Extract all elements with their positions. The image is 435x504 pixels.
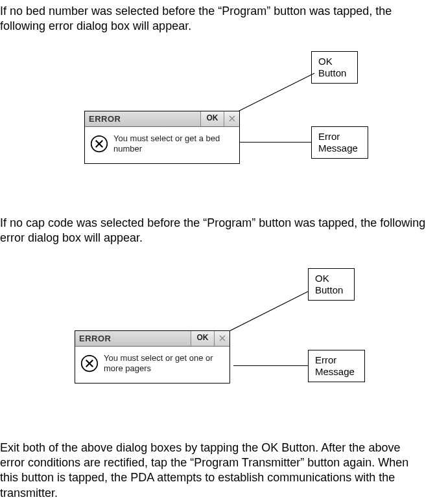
dialog-body-2: You must select or get one or more pager… bbox=[75, 347, 229, 384]
close-icon bbox=[228, 115, 236, 122]
dialog-body: You must select or get a bed number bbox=[85, 127, 239, 164]
callout-line-error-2 bbox=[233, 365, 308, 366]
paragraph-exit: Exit both of the above dialog boxes by t… bbox=[0, 441, 426, 501]
error-icon-2 bbox=[80, 354, 99, 372]
callout-ok-button-2: OK Button bbox=[308, 268, 355, 301]
error-icon bbox=[90, 135, 108, 153]
paragraph-intro-2: If no cap code was selected before the “… bbox=[0, 216, 426, 246]
error-message-text: You must select or get a bed number bbox=[113, 133, 234, 155]
dialog-title-2: ERROR bbox=[75, 331, 191, 346]
close-button-2[interactable] bbox=[214, 331, 229, 346]
close-button[interactable] bbox=[224, 111, 239, 126]
callout-error-message: Error Message bbox=[311, 126, 368, 159]
paragraph-intro-1: If no bed number was selected before the… bbox=[0, 4, 426, 34]
error-dialog-bed: ERROR OK You must select or get a bed nu… bbox=[84, 111, 240, 165]
dialog-titlebar-2: ERROR OK bbox=[75, 331, 229, 347]
close-icon-2 bbox=[218, 334, 226, 342]
callout-error-message-2: Error Message bbox=[308, 350, 365, 382]
error-dialog-pager: ERROR OK You must select or get one or m… bbox=[75, 330, 230, 384]
ok-button[interactable]: OK bbox=[200, 111, 224, 126]
figure-error-pager: OK Button Error Message ERROR OK You mus… bbox=[0, 259, 431, 421]
callout-line-error bbox=[240, 142, 311, 143]
callout-ok-button: OK Button bbox=[311, 51, 358, 84]
figure-error-bed: OK Button Error Message ERROR OK You mu bbox=[0, 47, 431, 196]
ok-button-2[interactable]: OK bbox=[191, 331, 214, 346]
dialog-titlebar: ERROR OK bbox=[85, 111, 239, 127]
error-message-text-2: You must select or get one or more pager… bbox=[104, 353, 224, 374]
dialog-title: ERROR bbox=[85, 111, 200, 126]
